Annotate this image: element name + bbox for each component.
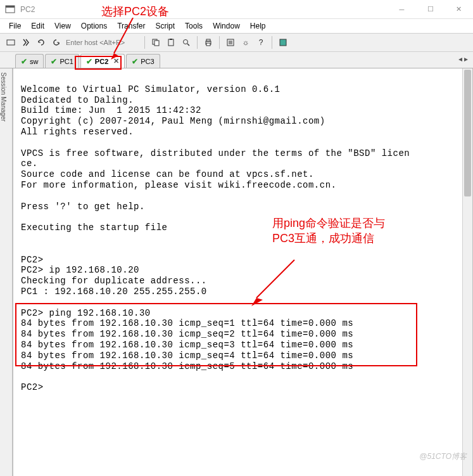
svg-line-8 bbox=[187, 44, 189, 46]
menu-script[interactable]: Script bbox=[150, 20, 180, 32]
disconnect-icon[interactable] bbox=[49, 35, 63, 49]
paste-icon[interactable] bbox=[164, 35, 178, 49]
menu-options[interactable]: Options bbox=[76, 20, 112, 32]
find-icon[interactable] bbox=[179, 35, 193, 49]
svg-rect-5 bbox=[168, 39, 173, 46]
svg-rect-2 bbox=[7, 40, 15, 45]
toolbar-separator bbox=[219, 36, 220, 49]
menu-window[interactable]: Window bbox=[208, 20, 245, 32]
scrollbar[interactable] bbox=[462, 68, 472, 476]
tab-label: PC3 bbox=[141, 58, 154, 65]
tab-close-icon[interactable]: ✕ bbox=[113, 57, 119, 65]
menu-transfer[interactable]: Transfer bbox=[112, 20, 150, 32]
options-icon[interactable]: ☼ bbox=[239, 35, 253, 49]
host-input[interactable] bbox=[65, 37, 141, 48]
check-icon: ✔ bbox=[132, 57, 138, 66]
terminal-output[interactable]: Welcome to Virtual PC Simulator, version… bbox=[13, 68, 472, 476]
menu-help[interactable]: Help bbox=[245, 20, 271, 32]
window-titlebar: PC2 ─ ☐ ✕ bbox=[0, 0, 473, 19]
menu-edit[interactable]: Edit bbox=[26, 20, 49, 32]
tab-label: PC2 bbox=[95, 58, 108, 65]
svg-rect-16 bbox=[280, 39, 286, 46]
session-manager-tab[interactable]: Session Manager bbox=[0, 68, 13, 476]
connect-icon[interactable] bbox=[4, 35, 18, 49]
window-title: PC2 bbox=[20, 5, 388, 14]
scroll-thumb[interactable] bbox=[464, 70, 471, 196]
tab-sw[interactable]: ✔sw bbox=[15, 54, 44, 68]
watermark: @51CTO博客 bbox=[419, 451, 467, 462]
svg-rect-6 bbox=[170, 39, 172, 40]
menu-file[interactable]: File bbox=[4, 20, 26, 32]
main-body: Session Manager Welcome to Virtual PC Si… bbox=[0, 68, 473, 476]
terminal-container: Welcome to Virtual PC Simulator, version… bbox=[13, 68, 473, 476]
svg-rect-10 bbox=[206, 39, 210, 41]
help-icon[interactable]: ? bbox=[254, 35, 268, 49]
toolbar: ☼ ? bbox=[0, 33, 473, 52]
print-icon[interactable] bbox=[201, 35, 215, 49]
svg-rect-4 bbox=[155, 41, 159, 46]
toolbar-separator bbox=[272, 36, 272, 49]
tab-pc1[interactable]: ✔PC1 bbox=[45, 54, 79, 68]
svg-rect-1 bbox=[6, 6, 15, 8]
menu-tools[interactable]: Tools bbox=[180, 20, 208, 32]
window-controls: ─ ☐ ✕ bbox=[388, 0, 473, 19]
reconnect-icon[interactable] bbox=[34, 35, 48, 49]
toolbar-separator bbox=[197, 36, 198, 49]
tab-label: PC1 bbox=[60, 58, 73, 65]
minimize-button[interactable]: ─ bbox=[388, 0, 416, 19]
close-button[interactable]: ✕ bbox=[445, 0, 473, 19]
copy-icon[interactable] bbox=[149, 35, 163, 49]
session-tabs: ✔sw ✔PC1 ✔PC2✕ ✔PC3 ◂ ▸ bbox=[0, 52, 473, 68]
properties-icon[interactable] bbox=[224, 35, 237, 49]
menubar: File Edit View Options Transfer Script T… bbox=[0, 19, 473, 33]
check-icon: ✔ bbox=[21, 57, 27, 66]
check-icon: ✔ bbox=[51, 57, 57, 66]
app-icon bbox=[5, 4, 15, 15]
tabs-menu-icon[interactable]: ◂ ▸ bbox=[458, 55, 468, 63]
session-icon[interactable] bbox=[276, 35, 290, 49]
svg-rect-11 bbox=[206, 43, 210, 46]
svg-point-7 bbox=[184, 40, 188, 44]
check-icon: ✔ bbox=[86, 57, 92, 66]
quick-connect-icon[interactable] bbox=[19, 35, 33, 49]
maximize-button[interactable]: ☐ bbox=[416, 0, 445, 19]
tab-label: sw bbox=[30, 58, 38, 65]
tab-pc2[interactable]: ✔PC2✕ bbox=[80, 54, 125, 68]
menu-view[interactable]: View bbox=[49, 20, 76, 32]
tab-pc3[interactable]: ✔PC3 bbox=[126, 54, 160, 68]
toolbar-separator bbox=[144, 36, 145, 49]
